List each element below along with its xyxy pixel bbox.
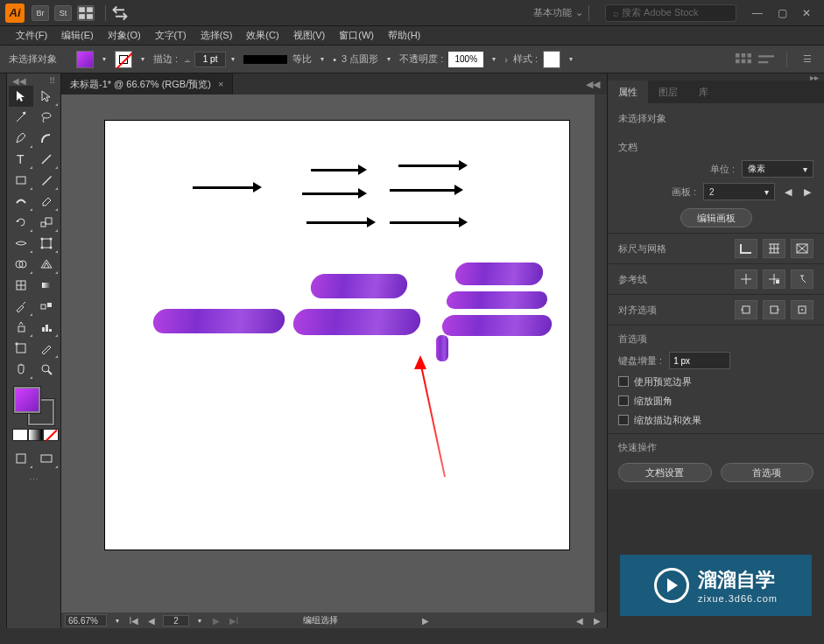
- draw-mode-icon[interactable]: [9, 448, 33, 469]
- first-artboard-button[interactable]: I◀: [128, 616, 140, 626]
- tab-properties[interactable]: 属性: [608, 80, 648, 103]
- minimize-button[interactable]: —: [745, 4, 770, 23]
- document-tab[interactable]: 未标题-1* @ 66.67% (RGB/预览) ×: [61, 74, 233, 94]
- stroke-link-icon[interactable]: ⫠: [183, 54, 193, 65]
- ruler-icon[interactable]: [735, 239, 757, 258]
- eyedropper-tool[interactable]: [9, 296, 33, 317]
- menu-effect[interactable]: 效果(C): [239, 29, 285, 42]
- panel-collapse-icon[interactable]: ◀◀: [579, 79, 607, 90]
- zoom-tool[interactable]: [34, 359, 59, 380]
- close-tab-icon[interactable]: ×: [218, 79, 223, 89]
- tab-library[interactable]: 库: [688, 80, 719, 103]
- perspective-tool[interactable]: [34, 254, 59, 275]
- menu-select[interactable]: 选择(S): [194, 29, 240, 42]
- profile-dropdown[interactable]: ▾: [317, 55, 327, 63]
- fill-swatch[interactable]: [76, 51, 94, 68]
- stroke-swatch[interactable]: [115, 51, 132, 68]
- vertical-scrollbar[interactable]: [595, 94, 607, 612]
- scale-corners-checkbox[interactable]: 缩放圆角: [618, 391, 813, 410]
- lasso-tool[interactable]: [34, 107, 59, 128]
- width-tool[interactable]: [9, 233, 33, 254]
- stroke-width-input[interactable]: [194, 52, 226, 67]
- style-dropdown[interactable]: ▾: [566, 55, 576, 63]
- preferences-button[interactable]: 首选项: [721, 463, 814, 482]
- line-tool[interactable]: [34, 149, 59, 170]
- unit-select[interactable]: 像素▾: [742, 160, 813, 178]
- selection-tool[interactable]: [9, 86, 33, 107]
- color-mode-gradient[interactable]: [28, 429, 44, 441]
- opacity-input[interactable]: 100%: [448, 52, 483, 67]
- stroke-profile-preview[interactable]: [243, 55, 287, 64]
- stroke-dropdown[interactable]: ▾: [137, 55, 148, 63]
- style-swatch[interactable]: [543, 51, 560, 68]
- stock-search-input[interactable]: ⌕ 搜索 Adobe Stock: [605, 4, 736, 22]
- free-transform-tool[interactable]: [34, 233, 59, 254]
- slice-tool[interactable]: [34, 338, 59, 359]
- paintbrush-tool[interactable]: [34, 170, 59, 191]
- rotate-tool[interactable]: [9, 212, 33, 233]
- menu-help[interactable]: 帮助(H): [381, 29, 427, 42]
- brush-dropdown[interactable]: ▾: [384, 55, 394, 63]
- menu-edit[interactable]: 编辑(E): [54, 29, 101, 42]
- canvas[interactable]: [61, 94, 607, 612]
- screen-mode-icon[interactable]: [34, 448, 59, 469]
- smart-guides-icon[interactable]: [791, 270, 813, 289]
- opacity-dropdown[interactable]: ▾: [489, 55, 499, 63]
- scale-strokes-checkbox[interactable]: 缩放描边和效果: [618, 410, 813, 430]
- close-button[interactable]: ✕: [794, 4, 819, 23]
- next-artboard-icon[interactable]: ▶: [801, 186, 813, 198]
- sync-icon[interactable]: [111, 5, 129, 21]
- mesh-tool[interactable]: [9, 275, 33, 296]
- maximize-button[interactable]: ▢: [770, 4, 794, 23]
- next-artboard-button[interactable]: ▶: [210, 616, 222, 626]
- last-artboard-button[interactable]: ▶I: [228, 616, 240, 626]
- transform-icon[interactable]: [758, 53, 774, 66]
- blend-tool[interactable]: [34, 296, 59, 317]
- options-menu-icon[interactable]: ☰: [799, 53, 815, 66]
- edit-toolbar-icon[interactable]: ⋯: [9, 474, 59, 486]
- tab-layers[interactable]: 图层: [648, 80, 688, 103]
- show-guides-icon[interactable]: [735, 270, 757, 289]
- document-setup-button[interactable]: 文档设置: [618, 463, 712, 482]
- direct-selection-tool[interactable]: [34, 86, 59, 107]
- snap-pixel-icon[interactable]: [735, 300, 757, 319]
- menu-file[interactable]: 文件(F): [9, 29, 54, 42]
- gradient-tool[interactable]: [34, 275, 59, 296]
- rectangle-tool[interactable]: [9, 170, 33, 191]
- type-tool[interactable]: T: [9, 149, 33, 170]
- fill-dropdown[interactable]: ▾: [99, 55, 109, 63]
- pen-tool[interactable]: [9, 128, 33, 149]
- zoom-input[interactable]: 66.67%: [65, 614, 107, 626]
- stock-icon[interactable]: St: [54, 5, 72, 21]
- menu-type[interactable]: 文字(T): [148, 29, 194, 42]
- toolbox-menu-icon[interactable]: ⠿: [49, 76, 55, 86]
- eraser-tool[interactable]: [34, 191, 59, 212]
- stroke-width-dropdown[interactable]: ▾: [228, 55, 238, 63]
- artboard[interactable]: [105, 121, 569, 550]
- bridge-icon[interactable]: Br: [32, 5, 49, 21]
- workspace-dropdown[interactable]: 基本功能: [533, 6, 572, 19]
- fill-stroke-indicator[interactable]: [9, 385, 59, 424]
- fill-color-box[interactable]: [14, 387, 40, 413]
- zoom-dropdown[interactable]: ▾: [112, 617, 123, 625]
- edit-artboard-button[interactable]: 编辑画板: [680, 208, 752, 228]
- snap-grid-icon[interactable]: [791, 300, 813, 319]
- menu-view[interactable]: 视图(V): [286, 29, 333, 42]
- artboard-tool[interactable]: [9, 338, 33, 359]
- magic-wand-tool[interactable]: [9, 107, 33, 128]
- prev-artboard-icon[interactable]: ◀: [782, 186, 794, 198]
- color-mode-solid[interactable]: [12, 429, 28, 441]
- artboard-number-input[interactable]: 2: [163, 615, 189, 626]
- lock-guides-icon[interactable]: [763, 270, 785, 289]
- scale-tool[interactable]: [34, 212, 59, 233]
- shaper-tool[interactable]: [9, 191, 33, 212]
- align-icon[interactable]: [736, 53, 751, 66]
- hand-tool[interactable]: [9, 359, 33, 380]
- column-graph-tool[interactable]: [34, 317, 59, 338]
- arrange-icon[interactable]: [77, 5, 95, 21]
- symbol-sprayer-tool[interactable]: [9, 317, 33, 338]
- transparency-grid-icon[interactable]: [791, 239, 813, 258]
- curvature-tool[interactable]: [34, 128, 59, 149]
- shape-builder-tool[interactable]: [9, 254, 33, 275]
- preview-bounds-checkbox[interactable]: 使用预览边界: [618, 372, 813, 391]
